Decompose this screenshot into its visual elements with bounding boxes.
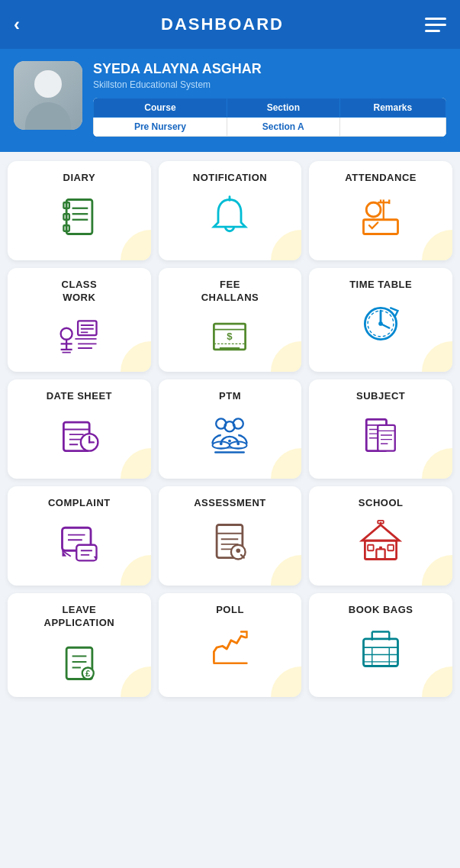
grid-item-ptm[interactable]: PTM: [159, 379, 302, 479]
header-title: DASHBOARD: [161, 15, 284, 34]
svg-point-18: [60, 328, 72, 340]
header: ‹ DASHBOARD: [0, 0, 460, 49]
grid-icon-ptm: [205, 411, 254, 460]
grid-item-date-sheet[interactable]: DATE SHEET: [8, 379, 151, 479]
svg-point-35: [378, 321, 383, 326]
grid-item-complaint[interactable]: COMPLAINT: [8, 486, 151, 586]
grid-label-poll: POLL: [216, 604, 244, 617]
grid-item-school[interactable]: SCHOOL: [309, 486, 452, 586]
grid-item-class-work[interactable]: CLASSWORK: [8, 268, 151, 372]
grid-label-date-sheet: DATE SHEET: [47, 390, 112, 403]
grid-item-leave-application[interactable]: LEAVEAPPLICATION £: [8, 593, 151, 697]
grid-item-diary[interactable]: DIARY: [8, 161, 151, 260]
svg-rect-8: [364, 220, 398, 234]
grid-label-complaint: COMPLAINT: [48, 497, 111, 510]
profile-table: Course Section Remarks Pre Nursery Secti…: [93, 98, 446, 137]
grid-label-ptm: PTM: [219, 390, 241, 403]
grid-icon-book-bags: [356, 624, 405, 673]
grid-item-book-bags[interactable]: BOOK BAGS: [309, 593, 452, 697]
svg-point-51: [229, 439, 232, 442]
grid-label-subject: SUBJECT: [356, 390, 405, 403]
grid-icon-poll: [205, 624, 254, 673]
grid-item-notification[interactable]: NOTIFICATION: [159, 161, 302, 260]
grid-label-school: SCHOOL: [359, 497, 404, 510]
grid-icon-date-sheet: [55, 411, 104, 460]
svg-rect-81: [377, 549, 385, 559]
grid-icon-subject: [356, 411, 405, 460]
val-course: Pre Nursery: [94, 118, 227, 137]
svg-rect-0: [66, 199, 92, 234]
grid-icon-school: [356, 518, 405, 566]
grid-icon-leave-application: £: [55, 637, 104, 686]
val-section: Section A: [227, 118, 339, 137]
grid-label-assessment: ASSESSMENT: [194, 497, 266, 510]
grid-label-class-work: CLASSWORK: [62, 279, 98, 305]
grid-label-fee-challans: FEECHALLANS: [201, 279, 259, 305]
grid-label-leave-application: LEAVEAPPLICATION: [44, 604, 115, 630]
grid-icon-notification: [205, 192, 254, 241]
col-remarks: Remarks: [339, 98, 446, 118]
svg-rect-59: [378, 425, 395, 451]
grid-icon-assessment: [205, 518, 254, 566]
svg-text:£: £: [85, 668, 91, 677]
profile-info: SYEDA ALAYNA ASGHAR Skillston Educationa…: [93, 61, 446, 137]
svg-text:$: $: [227, 331, 233, 342]
grid-label-notification: NOTIFICATION: [193, 172, 267, 185]
grid-label-attendance: ATTENDANCE: [345, 172, 417, 185]
grid-icon-fee-challans: $: [205, 312, 254, 361]
grid-label-book-bags: BOOK BAGS: [349, 604, 413, 617]
svg-marker-80: [362, 524, 400, 540]
svg-point-9: [366, 202, 381, 217]
dashboard-grid: DIARY NOTIFICATION ATTENDANCE CLASSWORK: [0, 152, 460, 706]
grid-icon-diary: [55, 192, 104, 241]
grid-label-time-table: TIME TABLE: [349, 279, 412, 292]
grid-item-subject[interactable]: SUBJECT: [309, 379, 452, 479]
grid-icon-complaint: [55, 518, 104, 566]
svg-point-77: [236, 548, 241, 553]
col-course: Course: [94, 98, 227, 118]
grid-icon-attendance: [356, 192, 405, 241]
svg-rect-86: [379, 546, 382, 549]
svg-point-50: [220, 442, 223, 445]
svg-rect-68: [76, 544, 96, 560]
grid-item-time-table[interactable]: TIME TABLE: [309, 268, 452, 372]
grid-icon-time-table: [356, 299, 405, 348]
grid-item-fee-challans[interactable]: FEECHALLANS $: [159, 268, 302, 372]
grid-item-poll[interactable]: POLL: [159, 593, 302, 697]
back-button[interactable]: ‹: [14, 14, 20, 35]
svg-rect-83: [388, 544, 394, 550]
grid-item-attendance[interactable]: ATTENDANCE: [309, 161, 452, 260]
svg-rect-82: [368, 544, 374, 550]
val-remarks: [339, 118, 446, 137]
menu-button[interactable]: [425, 18, 446, 32]
profile-name: SYEDA ALAYNA ASGHAR: [93, 61, 446, 77]
svg-point-52: [237, 442, 240, 445]
grid-item-assessment[interactable]: ASSESSMENT: [159, 486, 302, 586]
profile-school: Skillston Educational System: [93, 79, 446, 90]
grid-icon-class-work: [55, 312, 104, 361]
avatar: [14, 61, 82, 130]
col-section: Section: [227, 98, 339, 118]
profile-card: SYEDA ALAYNA ASGHAR Skillston Educationa…: [0, 49, 460, 152]
grid-label-diary: DIARY: [63, 172, 95, 185]
